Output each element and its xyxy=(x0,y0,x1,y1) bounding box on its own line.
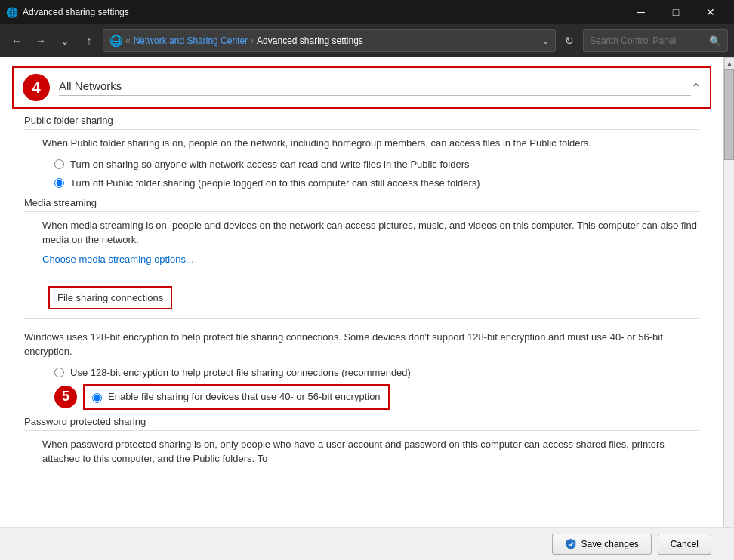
all-networks-title: All Networks xyxy=(59,79,691,96)
search-bar: 🔍 xyxy=(583,29,728,52)
up-button[interactable]: ↑ xyxy=(79,30,100,51)
public-folder-radio-1[interactable] xyxy=(54,159,64,169)
file-sharing-radio-2[interactable] xyxy=(92,393,102,403)
chevron-up-icon: ⌃ xyxy=(691,81,701,95)
public-folder-description: When Public folder sharing is on, people… xyxy=(42,136,699,151)
navigation-bar: ← → ⌄ ↑ 🌐 « Network and Sharing Center ›… xyxy=(0,24,734,57)
file-sharing-box-container: File sharing connections xyxy=(24,278,699,315)
public-folder-radio-2[interactable] xyxy=(54,178,64,188)
save-changes-button[interactable]: Save changes xyxy=(552,534,652,555)
title-bar: 🌐 Advanced sharing settings ─ □ ✕ xyxy=(0,0,734,24)
cancel-button[interactable]: Cancel xyxy=(658,534,711,555)
file-sharing-option-1: Use 128-bit encryption to help protect f… xyxy=(54,365,699,380)
minimize-button[interactable]: ─ xyxy=(624,0,658,24)
password-protected-section: Password protected sharing When password… xyxy=(24,416,699,466)
search-input[interactable] xyxy=(590,35,709,46)
public-folder-option-1: Turn on sharing so anyone with network a… xyxy=(54,157,699,172)
file-sharing-label-1: Use 128-bit encryption to help protect f… xyxy=(70,365,411,380)
password-protected-title: Password protected sharing xyxy=(24,416,699,431)
back-button[interactable]: ← xyxy=(6,30,27,51)
public-folder-label-2: Turn off Public folder sharing (people l… xyxy=(70,176,480,191)
content-area: 4 All Networks ⌃ Public folder sharing W… xyxy=(0,57,723,560)
app-icon: 🌐 xyxy=(6,6,18,18)
forward-button[interactable]: → xyxy=(30,30,51,51)
maximize-button[interactable]: □ xyxy=(658,0,693,24)
all-networks-header[interactable]: 4 All Networks ⌃ xyxy=(12,66,711,109)
window-controls: ─ □ ✕ xyxy=(624,0,728,24)
scroll-thumb[interactable] xyxy=(724,69,734,160)
file-sharing-option-2-container: Enable file sharing for devices that use… xyxy=(83,384,390,410)
media-streaming-description: When media streaming is on, people and d… xyxy=(42,218,699,248)
file-sharing-title: File sharing connections xyxy=(57,292,163,303)
file-sharing-description: Windows uses 128-bit encryption to help … xyxy=(24,330,699,359)
file-sharing-radio-1[interactable] xyxy=(54,368,64,377)
file-sharing-box: File sharing connections xyxy=(48,286,172,309)
media-streaming-link[interactable]: Choose media streaming options... xyxy=(42,254,194,265)
file-sharing-label-2: Enable file sharing for devices that use… xyxy=(108,389,381,405)
public-folder-section: Public folder sharing When Public folder… xyxy=(24,115,699,191)
main-content: 4 All Networks ⌃ Public folder sharing W… xyxy=(0,57,734,560)
search-icon: 🔍 xyxy=(709,35,721,47)
window-title: Advanced sharing settings xyxy=(23,7,624,17)
save-label: Save changes xyxy=(581,539,639,549)
bottom-bar: Save changes Cancel xyxy=(0,527,734,560)
shield-icon xyxy=(565,538,577,550)
breadcrumb-current: Advanced sharing settings xyxy=(257,35,363,46)
globe-icon: 🌐 xyxy=(109,35,122,47)
breadcrumb-network[interactable]: Network and Sharing Center xyxy=(134,35,248,46)
public-folder-options: Turn on sharing so anyone with network a… xyxy=(54,157,699,191)
scrollbar[interactable]: ▲ ▼ xyxy=(723,57,734,560)
public-folder-label-1: Turn on sharing so anyone with network a… xyxy=(70,157,469,172)
scroll-track xyxy=(724,69,734,548)
file-sharing-section: Windows uses 128-bit encryption to help … xyxy=(24,318,699,410)
media-streaming-title: Media streaming xyxy=(24,197,699,212)
refresh-button[interactable]: ↻ xyxy=(559,30,580,51)
public-folder-option-2: Turn off Public folder sharing (people l… xyxy=(54,176,699,191)
section-number-4: 4 xyxy=(23,74,50,101)
media-streaming-section: Media streaming When media streaming is … xyxy=(24,197,699,271)
public-folder-title: Public folder sharing xyxy=(24,115,699,130)
step5-badge: 5 xyxy=(54,386,77,408)
step5-row: 5 Enable file sharing for devices that u… xyxy=(54,384,699,410)
close-button[interactable]: ✕ xyxy=(693,0,728,24)
password-protected-description: When password protected sharing is on, o… xyxy=(42,437,699,466)
scroll-up-arrow[interactable]: ▲ xyxy=(724,57,734,69)
address-bar: 🌐 « Network and Sharing Center › Advance… xyxy=(103,29,556,52)
address-dropdown-button[interactable]: ⌄ xyxy=(542,36,549,46)
recent-pages-button[interactable]: ⌄ xyxy=(54,30,76,51)
